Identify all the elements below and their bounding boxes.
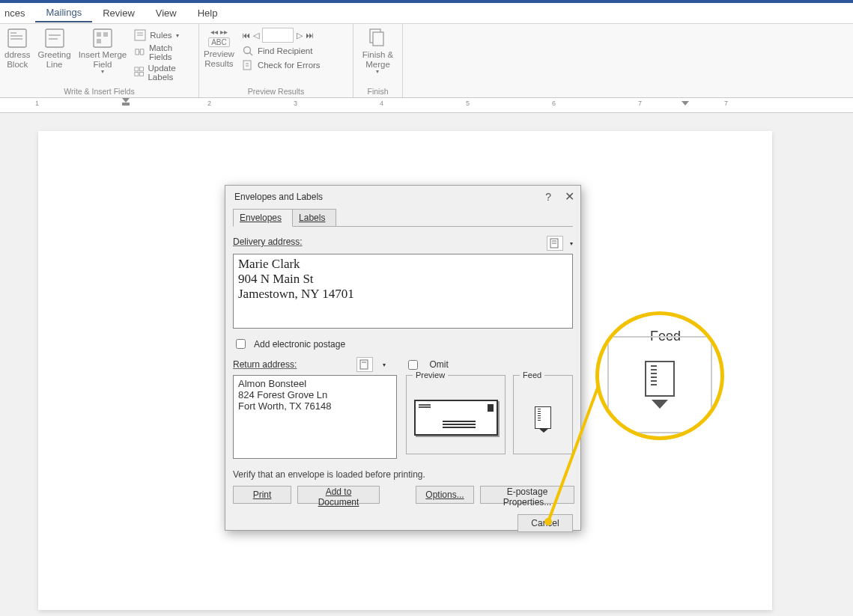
tab-review[interactable]: Review — [92, 4, 145, 22]
svg-rect-16 — [140, 67, 144, 71]
insert-merge-field-icon — [92, 28, 113, 49]
print-button[interactable]: Print — [233, 486, 291, 504]
finish-merge-icon — [367, 28, 388, 49]
finish-merge-label: Finish & Merge — [362, 50, 394, 69]
add-electronic-postage-checkbox[interactable] — [236, 339, 246, 349]
match-fields-button[interactable]: Match Fields — [134, 43, 194, 61]
group-write-insert-fields: Write & Insert Fields — [4, 85, 194, 96]
address-book-icon — [359, 359, 370, 370]
address-block-icon — [7, 28, 28, 49]
update-labels-label: Update Labels — [148, 64, 194, 82]
close-icon[interactable]: ✕ — [565, 189, 574, 204]
envelopes-and-labels-dialog: Envelopes and Labels ? ✕ Envelopes Label… — [225, 185, 581, 531]
svg-rect-1 — [10, 32, 16, 34]
ruler-mark: 7 — [638, 100, 642, 107]
tab-help[interactable]: Help — [187, 4, 228, 22]
add-to-document-button[interactable]: Add to Document — [297, 486, 380, 504]
next-record-icon[interactable]: ▷ — [297, 31, 303, 40]
svg-rect-21 — [243, 61, 251, 70]
find-recipient-button[interactable]: Find Recipient — [242, 45, 321, 57]
svg-rect-10 — [97, 39, 101, 43]
feed-group[interactable]: Feed — [513, 375, 573, 454]
last-record-icon[interactable]: ⏭ — [306, 31, 314, 40]
address-book-icon — [550, 238, 560, 248]
feed-orientation-icon — [535, 406, 551, 429]
horizontal-ruler[interactable]: 1 2 3 4 5 6 7 7 — [0, 98, 853, 113]
rules-icon — [134, 29, 146, 41]
svg-rect-27 — [122, 103, 130, 106]
feed-legend: Feed — [520, 370, 544, 379]
help-icon[interactable]: ? — [545, 191, 551, 203]
right-margin-marker[interactable] — [682, 98, 689, 106]
add-electronic-postage-label: Add electronic postage — [254, 339, 345, 350]
finish-merge-button[interactable]: Finish & Merge ▾ — [362, 26, 394, 76]
ruler-mark: 1 — [35, 100, 39, 107]
feed-orientation-icon-large — [645, 361, 675, 397]
address-book-button[interactable] — [547, 236, 563, 251]
return-address-label: Return address: — [233, 359, 297, 370]
svg-rect-34 — [360, 360, 368, 369]
preview-results-label: Preview Results — [204, 49, 234, 68]
svg-marker-26 — [122, 98, 130, 103]
ruler-mark: 6 — [552, 100, 556, 107]
svg-rect-7 — [94, 29, 112, 47]
svg-rect-25 — [373, 32, 383, 46]
tab-mailings[interactable]: Mailings — [35, 4, 92, 22]
record-number-input[interactable] — [262, 28, 294, 43]
epostage-properties-button[interactable]: E-postage Properties... — [480, 486, 574, 504]
ribbon-tabs: nces Mailings Review View Help — [0, 3, 853, 24]
svg-rect-3 — [10, 38, 22, 40]
address-block-button[interactable]: ddress Block — [4, 26, 31, 69]
svg-rect-8 — [97, 32, 101, 37]
tab-labels[interactable]: Labels — [292, 209, 336, 227]
return-address-book-button[interactable] — [356, 357, 373, 372]
insert-merge-field-button[interactable]: Insert Merge Field ▾ — [79, 26, 127, 76]
check-errors-label: Check for Errors — [258, 61, 321, 70]
abc-icon: ABC — [208, 37, 230, 47]
delivery-address-input[interactable] — [233, 254, 573, 329]
tab-envelopes[interactable]: Envelopes — [233, 209, 293, 227]
greeting-line-button[interactable]: Greeting Line — [38, 26, 71, 69]
match-fields-label: Match Fields — [149, 43, 194, 61]
svg-line-20 — [249, 52, 252, 55]
ribbon: ddress Block Greeting Line Insert Merge … — [0, 24, 853, 98]
dialog-title: Envelopes and Labels — [234, 192, 323, 202]
record-navigation[interactable]: ⏮ ◁ ▷ ⏭ — [242, 28, 321, 43]
first-record-icon[interactable]: ⏮ — [242, 31, 250, 40]
ruler-mark: 2 — [207, 100, 211, 107]
tab-references-partial[interactable]: nces — [3, 4, 35, 22]
chevron-down-icon[interactable]: ▾ — [570, 240, 573, 247]
update-labels-button[interactable]: Update Labels — [134, 64, 194, 82]
ruler-mark: 7 — [724, 100, 728, 107]
check-errors-button[interactable]: Check for Errors — [242, 59, 321, 71]
cancel-button[interactable]: Cancel — [517, 514, 573, 532]
return-address-input[interactable] — [233, 375, 397, 459]
preview-legend: Preview — [413, 370, 448, 379]
preview-results-button[interactable]: ◂◂ ▸▸ ABC Preview Results — [204, 26, 234, 68]
check-errors-icon — [242, 59, 254, 71]
rules-button[interactable]: Rules ▾ — [134, 29, 194, 41]
omit-label: Omit — [429, 359, 448, 370]
svg-rect-18 — [140, 72, 144, 76]
svg-rect-2 — [10, 35, 22, 37]
prev-record-icon[interactable]: ◁ — [253, 31, 259, 40]
greeting-line-label: Greeting Line — [38, 50, 71, 69]
options-button[interactable]: Options... — [416, 486, 474, 504]
address-block-label: ddress Block — [4, 50, 31, 69]
update-labels-icon — [134, 67, 144, 79]
ruler-mark: 3 — [294, 100, 297, 107]
feed-arrow-icon — [652, 400, 668, 409]
search-icon — [242, 45, 254, 57]
svg-rect-17 — [135, 72, 139, 76]
annotation-callout-feed: Feed — [595, 311, 724, 440]
group-preview-results: Preview Results — [204, 85, 348, 96]
left-margin-marker[interactable] — [122, 98, 130, 106]
rules-label: Rules — [150, 31, 171, 40]
tab-view[interactable]: View — [145, 4, 187, 22]
preview-group[interactable]: Preview — [406, 375, 506, 454]
group-finish: Finish — [358, 85, 398, 96]
svg-rect-15 — [135, 67, 139, 71]
omit-checkbox[interactable] — [408, 360, 418, 370]
chevron-down-icon[interactable]: ▾ — [383, 362, 386, 368]
envelope-preview-icon — [414, 400, 498, 436]
